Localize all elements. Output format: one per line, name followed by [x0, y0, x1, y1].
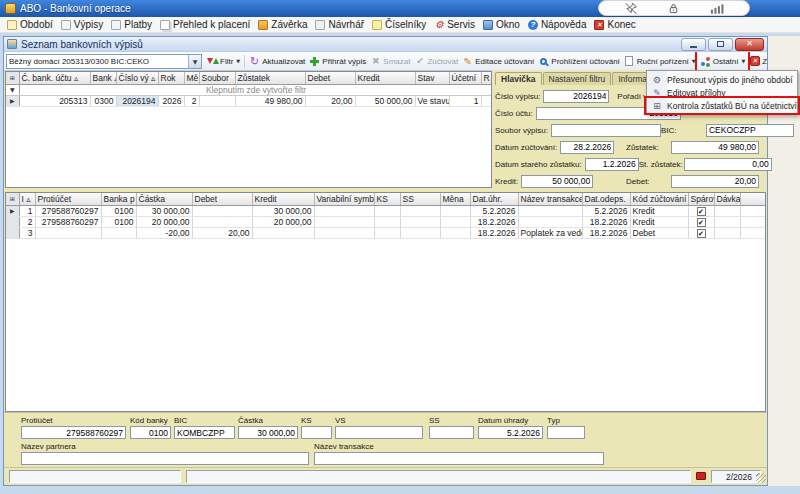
- prohlizeni-uctovani-button[interactable]: Prohlížení účtování: [536, 53, 621, 70]
- column-header[interactable]: Variabilní symb: [314, 193, 374, 205]
- cell[interactable]: 1: [19, 205, 35, 216]
- cell[interactable]: [374, 216, 400, 227]
- ks-input[interactable]: [301, 426, 332, 439]
- ss-input[interactable]: [429, 426, 474, 439]
- zavrit-button[interactable]: ✕Zavřít: [747, 53, 767, 70]
- cell[interactable]: 5.2.2026: [470, 205, 518, 216]
- checkbox-checked[interactable]: [697, 207, 706, 216]
- column-header[interactable]: Spárov: [688, 193, 714, 205]
- cell[interactable]: [714, 205, 740, 216]
- cell[interactable]: [101, 228, 136, 239]
- cell[interactable]: 3: [19, 228, 35, 239]
- cell[interactable]: 2: [184, 95, 199, 106]
- cell[interactable]: [440, 216, 470, 227]
- column-header[interactable]: Protiúčet: [35, 193, 101, 205]
- column-header[interactable]: Debet: [305, 72, 355, 84]
- cell[interactable]: [400, 228, 440, 239]
- cell[interactable]: 2026: [158, 95, 184, 106]
- datum-zuctovani-input[interactable]: [560, 141, 614, 154]
- table-row[interactable]: 3-20,0020,0018.2.2026Poplatek za vedení1…: [6, 228, 766, 239]
- column-header[interactable]: I ▵: [19, 193, 35, 205]
- cell[interactable]: Debet: [630, 228, 688, 239]
- window-titlebar[interactable]: Seznam bankovních výpisů ✕: [4, 37, 767, 52]
- column-header[interactable]: ⊞: [6, 193, 19, 205]
- bic-input[interactable]: [174, 426, 235, 439]
- datum-stareho-zustatku-input[interactable]: [585, 158, 639, 171]
- column-header[interactable]: Účetní: [449, 72, 481, 84]
- cell[interactable]: 279588760297: [35, 216, 101, 227]
- typ-input[interactable]: [547, 426, 585, 439]
- menu-item-obdobi[interactable]: Období: [3, 17, 57, 32]
- checkbox-checked[interactable]: [697, 229, 706, 238]
- cell[interactable]: 1: [449, 95, 481, 106]
- cell[interactable]: [374, 205, 400, 216]
- column-header[interactable]: Částka: [136, 193, 192, 205]
- column-header[interactable]: Stav: [415, 72, 449, 84]
- cell[interactable]: [6, 228, 19, 239]
- column-header[interactable]: Č. bank. účtu ▵: [19, 72, 90, 84]
- cell[interactable]: [740, 216, 766, 227]
- column-header[interactable]: [740, 193, 766, 205]
- cell[interactable]: Ve stavu: [415, 95, 449, 106]
- column-header[interactable]: Název transakce: [518, 193, 582, 205]
- cell[interactable]: [714, 228, 740, 239]
- menu-item-okno[interactable]: Okno: [479, 17, 524, 32]
- chevron-down-icon[interactable]: ▼: [236, 58, 240, 64]
- cell[interactable]: 205313: [19, 95, 90, 106]
- cell[interactable]: [314, 205, 374, 216]
- filter-row[interactable]: ▼ Klepnutím zde vytvořte filtr: [6, 84, 492, 95]
- column-header[interactable]: SS: [400, 193, 440, 205]
- tab-hlavicka[interactable]: Hlavička: [495, 72, 542, 85]
- cell[interactable]: [199, 95, 235, 106]
- cell[interactable]: 20 000,00: [136, 216, 192, 227]
- column-header[interactable]: Mě: [184, 72, 199, 84]
- cell[interactable]: [374, 228, 400, 239]
- aktualizovat-button[interactable]: ↻Aktualizovat: [247, 53, 307, 70]
- menu-item-ciselniky[interactable]: Číselníky: [368, 17, 430, 32]
- cell[interactable]: -20,00: [136, 228, 192, 239]
- kredit-input[interactable]: [521, 175, 593, 188]
- table-row[interactable]: 2279588760297010020 000,0020 000,0018.2.…: [6, 216, 766, 227]
- datum-uhrady-input[interactable]: [478, 426, 543, 439]
- protiucet-input[interactable]: [21, 426, 126, 439]
- menu-item-editovat-prilohy[interactable]: ✎ Editovat přílohy: [647, 86, 797, 99]
- column-header[interactable]: Kredit: [252, 193, 314, 205]
- restore-button[interactable]: [708, 38, 733, 51]
- cell[interactable]: 0100: [101, 216, 136, 227]
- cell[interactable]: [740, 205, 766, 216]
- signal-bars-icon[interactable]: [710, 2, 724, 15]
- filter-hint[interactable]: Klepnutím zde vytvořte filtr: [19, 84, 492, 95]
- ostatni-button[interactable]: Ostatní▼: [698, 53, 748, 70]
- lock-icon[interactable]: [667, 2, 681, 15]
- menu-item-presunout-vypis[interactable]: ⚙ Přesunout výpis do jiného období: [647, 73, 797, 86]
- column-header[interactable]: Soubor: [199, 72, 235, 84]
- cell[interactable]: 18.2.2026: [582, 216, 630, 227]
- column-header[interactable]: Zůstatek: [235, 72, 305, 84]
- chevron-down-icon[interactable]: ▼: [188, 55, 201, 68]
- menu-item-konec[interactable]: ✕Konec: [590, 17, 639, 32]
- cell[interactable]: [688, 205, 714, 216]
- cell[interactable]: [192, 205, 252, 216]
- cell[interactable]: 2: [19, 216, 35, 227]
- soubor-vypisu-input[interactable]: [551, 124, 661, 137]
- cell[interactable]: 5.2.2026: [582, 205, 630, 216]
- column-header[interactable]: Dat.odeps.: [582, 193, 630, 205]
- nazev-partnera-input[interactable]: [21, 452, 309, 465]
- cell[interactable]: [440, 228, 470, 239]
- cell[interactable]: 18.2.2026: [582, 228, 630, 239]
- bic-input[interactable]: [706, 124, 794, 137]
- cell[interactable]: [440, 205, 470, 216]
- column-header[interactable]: Banka p: [101, 193, 136, 205]
- column-header[interactable]: Číslo vý ▵: [116, 72, 158, 84]
- cell[interactable]: 20,00: [192, 228, 252, 239]
- column-header[interactable]: Kód zúčtování: [630, 193, 688, 205]
- column-header[interactable]: Dat.úhr.: [470, 193, 518, 205]
- vs-input[interactable]: [335, 426, 423, 439]
- cell[interactable]: [740, 228, 766, 239]
- unpin-icon[interactable]: [624, 2, 638, 15]
- cell[interactable]: [714, 216, 740, 227]
- cell[interactable]: Kredit: [630, 205, 688, 216]
- cell[interactable]: 20,00: [305, 95, 355, 106]
- cell[interactable]: 30 000,00: [136, 205, 192, 216]
- cell[interactable]: [314, 216, 374, 227]
